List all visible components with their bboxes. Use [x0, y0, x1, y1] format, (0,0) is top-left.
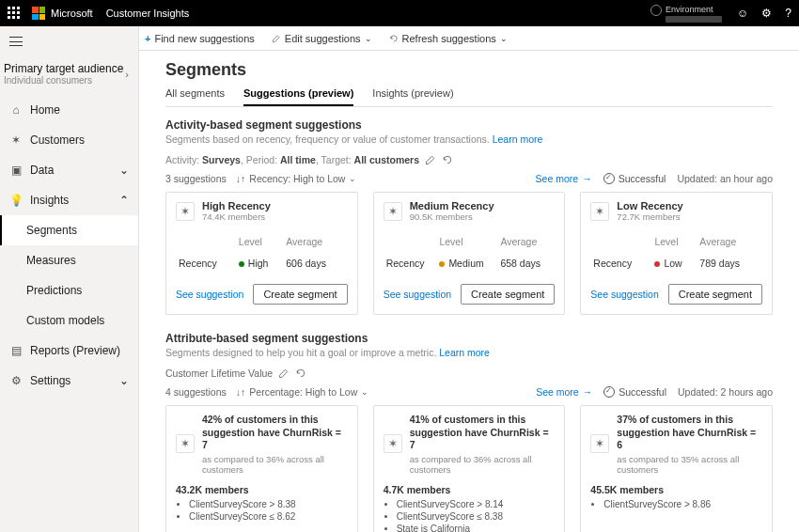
cmd-edit-suggestions[interactable]: Edit suggestions ⌄	[272, 33, 372, 44]
nav-toggle[interactable]	[0, 26, 138, 56]
nav-custom-models[interactable]: Custom models	[0, 305, 138, 336]
refresh-icon[interactable]	[442, 154, 453, 165]
home-icon: ⌂	[9, 103, 23, 117]
cmd-find-suggestions[interactable]: + Find new suggestions	[145, 33, 255, 44]
chevron-up-icon: ⌃	[119, 194, 129, 207]
chevron-right-icon: ›	[125, 69, 129, 80]
audience-title: Primary target audience	[4, 62, 123, 75]
environment-picker[interactable]: Environment	[650, 5, 722, 23]
feedback-icon[interactable]: ☺	[737, 7, 748, 20]
rule-bullet: ClientSurveyScore > 8.14	[397, 499, 556, 509]
learn-more-link[interactable]: Learn more	[493, 133, 543, 145]
col-level: Level	[238, 235, 283, 255]
nav-home-label: Home	[30, 103, 60, 117]
attribute-card: ✶ 42% of customers in this suggestion ha…	[165, 405, 358, 532]
help-icon[interactable]: ?	[785, 7, 791, 20]
nav-home[interactable]: ⌂ Home	[0, 95, 138, 125]
metric-name: Customer Lifetime Value	[165, 368, 273, 379]
data-icon: ▣	[9, 164, 23, 177]
attribute-section-desc-text: Segments designed to help you hit a goal…	[165, 347, 439, 358]
nav-data-label: Data	[30, 164, 54, 177]
activity-cards-row: ✶ High Recency 74.4K members LevelAverag…	[165, 192, 773, 315]
brand-text: Microsoft	[51, 8, 93, 19]
metric-level: Low	[653, 257, 697, 273]
tab-suggestions[interactable]: Suggestions (preview)	[243, 87, 353, 106]
arrow-right-icon: →	[582, 173, 592, 184]
main-content: + Find new suggestions Edit suggestions …	[139, 26, 799, 532]
create-segment-button[interactable]: Create segment	[668, 284, 762, 305]
create-segment-button[interactable]: Create segment	[253, 284, 347, 305]
rule-bullet: ClientSurveyScore ≤ 8.38	[397, 511, 556, 522]
status-text: Successful	[619, 386, 666, 398]
status-text: Successful	[619, 173, 666, 184]
environment-icon	[650, 5, 662, 16]
pencil-icon	[272, 34, 281, 43]
updated-text: Updated: an hour ago	[677, 173, 773, 184]
chevron-down-icon: ⌄	[349, 174, 356, 183]
check-circle-icon	[603, 173, 615, 184]
metric-row-label: Recency	[385, 257, 437, 273]
sort-label: Recency: High to Low	[249, 173, 345, 184]
activity-card: ✶ High Recency 74.4K members LevelAverag…	[165, 192, 358, 315]
status-badge: Successful	[603, 173, 666, 184]
sort-control[interactable]: ↓↑ Recency: High to Low ⌄	[236, 173, 357, 184]
nav-settings[interactable]: ⚙Settings ⌄	[0, 366, 138, 396]
col-average: Average	[698, 235, 760, 255]
segment-icon: ✶	[384, 202, 402, 221]
audience-selector[interactable]: Primary target audience Individual consu…	[0, 56, 138, 95]
sort-icon: ↓↑	[236, 173, 246, 184]
nav-reports[interactable]: ▤ Reports (Preview)	[0, 336, 138, 366]
metric-row-label: Recency	[592, 257, 651, 273]
nav-predictions[interactable]: Predictions	[0, 275, 138, 305]
settings-icon[interactable]: ⚙	[761, 7, 772, 20]
see-more-link[interactable]: See more→	[536, 386, 592, 398]
chevron-down-icon: ⌄	[119, 164, 129, 177]
activity-prefix: Activity:	[165, 154, 202, 165]
segment-icon: ✶	[384, 434, 402, 453]
chevron-down-icon: ⌄	[500, 34, 508, 43]
rule-list: ClientSurveyScore > 8.86	[590, 499, 762, 511]
see-more-label: See more	[536, 386, 579, 398]
tab-all-segments[interactable]: All segments	[165, 87, 225, 106]
nav-measures[interactable]: Measures	[0, 245, 138, 275]
nav-segments[interactable]: Segments	[0, 215, 138, 245]
see-more-link[interactable]: See more→	[536, 173, 592, 184]
refresh-icon[interactable]	[295, 368, 306, 379]
cmd-refresh-suggestions[interactable]: Refresh suggestions ⌄	[389, 33, 508, 44]
metric-average: 606 days	[285, 257, 345, 273]
attribute-section-title: Attribute-based segment suggestions	[165, 332, 773, 345]
nav-insights-label: Insights	[30, 194, 69, 207]
learn-more-link[interactable]: Learn more	[439, 347, 490, 358]
cmd-edit-label: Edit suggestions	[285, 33, 361, 44]
see-suggestion-link[interactable]: See suggestion	[176, 289, 243, 300]
cmd-find-label: Find new suggestions	[154, 33, 254, 44]
card-headline: 41% of customers in this suggestion have…	[410, 414, 556, 452]
pencil-icon[interactable]	[278, 368, 290, 379]
card-headline: 37% of customers in this suggestion have…	[617, 414, 762, 452]
card-compare: as compared to 35% across all customers	[617, 454, 762, 475]
nav-data[interactable]: ▣Data ⌄	[0, 155, 138, 185]
rule-bullet: ClientSurveyScore ≤ 8.62	[189, 511, 348, 522]
app-launcher-icon[interactable]	[8, 7, 21, 20]
hamburger-icon	[9, 37, 23, 46]
see-more-label: See more	[536, 173, 579, 184]
card-headline: 42% of customers in this suggestion have…	[202, 414, 348, 452]
refresh-icon	[389, 34, 399, 43]
nav-insights[interactable]: 💡Insights ⌃	[0, 185, 138, 215]
create-segment-button[interactable]: Create segment	[461, 284, 555, 305]
sort-icon: ↓↑	[236, 386, 246, 398]
activity-card: ✶ Low Recency 72.7K members LevelAverage…	[580, 192, 773, 315]
segment-tabs: All segments Suggestions (preview) Insig…	[165, 87, 773, 107]
target-value: All customers	[354, 154, 419, 165]
tab-insights[interactable]: Insights (preview)	[372, 87, 453, 106]
attribute-card: ✶ 41% of customers in this suggestion ha…	[373, 405, 566, 532]
pencil-icon[interactable]	[425, 154, 436, 165]
nav-customers[interactable]: ✶ Customers	[0, 125, 138, 155]
see-suggestion-link[interactable]: See suggestion	[590, 289, 658, 300]
nav-custom-models-label: Custom models	[26, 314, 104, 327]
activity-section-title: Activity-based segment suggestions	[165, 118, 773, 132]
see-suggestion-link[interactable]: See suggestion	[384, 289, 451, 300]
sort-control[interactable]: ↓↑ Percentage: High to Low ⌄	[236, 386, 369, 398]
card-compare: as compared to 36% across all customers	[202, 454, 348, 475]
microsoft-logo-icon	[32, 7, 45, 20]
